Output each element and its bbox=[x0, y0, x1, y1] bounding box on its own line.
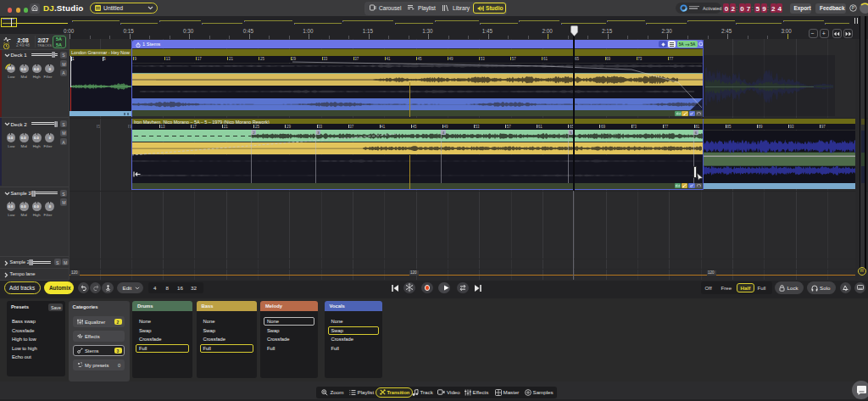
svg-text:P: P bbox=[852, 5, 855, 10]
